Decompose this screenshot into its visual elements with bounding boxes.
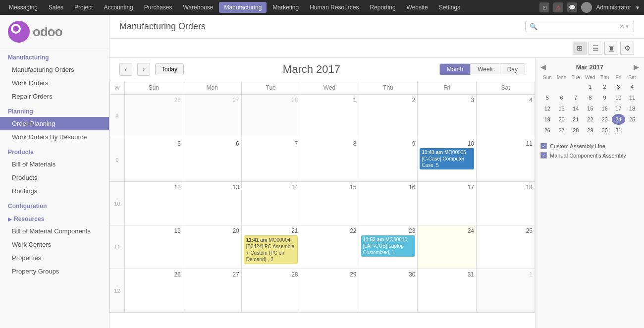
search-dropdown-icon[interactable]: ▼ <box>625 24 630 29</box>
prev-month-btn[interactable]: ‹ <box>119 63 132 76</box>
calendar-event[interactable]: 11:41 am MO00004, [B3424] PC Assemble + … <box>244 235 298 264</box>
nav-warehouse[interactable]: Warehouse <box>178 2 218 13</box>
calendar-view-btn[interactable]: ⊞ <box>573 42 587 55</box>
mini-cal-day[interactable]: 29 <box>583 125 598 136</box>
calendar-day[interactable]: 26 <box>124 95 183 138</box>
calendar-day[interactable]: 18 <box>477 182 535 225</box>
sidebar-item-properties[interactable]: Properties <box>0 251 109 265</box>
calendar-day[interactable]: 4 <box>477 95 535 138</box>
calendar-day[interactable]: 28 <box>241 269 300 313</box>
calendar-day[interactable]: 19 <box>124 225 183 269</box>
chat-icon[interactable]: 💬 <box>567 2 577 12</box>
nav-manufacturing[interactable]: Manufacturing <box>219 2 267 13</box>
mini-cal-day[interactable]: 6 <box>554 92 569 103</box>
calendar-day[interactable]: 24 <box>418 225 477 269</box>
mini-cal-day[interactable]: 10 <box>612 92 626 103</box>
legend-checkbox-manual[interactable] <box>540 152 547 159</box>
day-tab[interactable]: Day <box>500 64 525 75</box>
legend-checkbox-custom[interactable] <box>540 143 547 149</box>
nav-marketing[interactable]: Marketing <box>268 2 304 13</box>
sidebar-item-routings[interactable]: Routings <box>0 184 109 198</box>
mini-cal-day[interactable]: 21 <box>569 114 583 125</box>
calendar-event[interactable]: 11:52 am MO00010, [LAP-CUS] Laptop Custo… <box>361 235 416 257</box>
mini-cal-day[interactable]: 5 <box>540 92 554 103</box>
calendar-day[interactable]: 13 <box>183 182 241 225</box>
mini-cal-day[interactable]: 3 <box>612 81 626 92</box>
mini-cal-day[interactable]: 2 <box>598 81 612 92</box>
mini-cal-day[interactable]: 14 <box>569 103 583 114</box>
nav-website[interactable]: Website <box>402 2 433 13</box>
sidebar-item-repair-orders[interactable]: Repair Orders <box>0 90 109 103</box>
calendar-event[interactable]: 11:41 am MO00005, [C-Case] Computer Case… <box>420 148 474 169</box>
sidebar-item-bom[interactable]: Bill of Materials <box>0 158 109 171</box>
calendar-day[interactable]: 2111:41 am MO00004, [B3424] PC Assemble … <box>241 225 300 269</box>
sidebar-item-manufacturing-orders[interactable]: Manufacturing Orders <box>0 63 109 76</box>
list-view-btn[interactable]: ☰ <box>589 42 602 55</box>
mini-cal-day[interactable]: 16 <box>598 103 612 114</box>
mini-next-btn[interactable]: ▶ <box>634 63 639 71</box>
calendar-day[interactable]: 2311:52 am MO00010, [LAP-CUS] Laptop Cus… <box>359 225 418 269</box>
mini-cal-day[interactable]: 30 <box>598 125 612 136</box>
calendar-day[interactable]: 30 <box>359 269 418 313</box>
calendar-day[interactable]: 1 <box>477 269 535 313</box>
calendar-day[interactable]: 8 <box>300 138 359 182</box>
calendar-day[interactable]: 12 <box>124 182 183 225</box>
admin-label[interactable]: Administrator <box>596 4 631 11</box>
calendar-day[interactable]: 2 <box>359 95 418 138</box>
sidebar-item-work-centers[interactable]: Work Centers <box>0 238 109 251</box>
mini-cal-day[interactable]: 19 <box>540 114 554 125</box>
mini-cal-day[interactable]: 7 <box>569 92 583 103</box>
mini-cal-day[interactable]: 4 <box>625 81 639 92</box>
week-tab[interactable]: Week <box>471 64 500 75</box>
calendar-day[interactable]: 29 <box>300 269 359 313</box>
mini-cal-day[interactable]: 24 <box>612 114 626 125</box>
calendar-day[interactable]: 17 <box>418 182 477 225</box>
admin-dropdown-icon[interactable]: ▼ <box>635 5 640 10</box>
mini-cal-day[interactable]: 31 <box>612 125 626 136</box>
mini-cal-day[interactable]: 13 <box>554 103 569 114</box>
calendar-day[interactable]: 7 <box>241 138 300 182</box>
next-month-btn[interactable]: › <box>137 63 150 76</box>
sidebar-item-products[interactable]: Products <box>0 171 109 184</box>
calendar-day[interactable]: 25 <box>477 225 535 269</box>
calendar-day[interactable]: 3 <box>418 95 477 138</box>
mini-cal-day[interactable]: 22 <box>583 114 598 125</box>
calendar-day[interactable]: 31 <box>418 269 477 313</box>
mini-cal-day[interactable]: 9 <box>598 92 612 103</box>
nav-settings[interactable]: Settings <box>434 2 465 13</box>
mini-cal-day[interactable]: 28 <box>569 125 583 136</box>
calendar-day[interactable]: 1 <box>300 95 359 138</box>
sidebar-item-resources[interactable]: ▶ Resources <box>0 212 109 224</box>
alert-icon[interactable]: ⚠ <box>553 2 563 12</box>
calendar-day[interactable]: 26 <box>124 269 183 313</box>
mini-cal-day[interactable]: 27 <box>554 125 569 136</box>
mini-cal-day[interactable]: 20 <box>554 114 569 125</box>
mini-cal-day[interactable]: 1 <box>583 81 598 92</box>
sidebar-item-order-planning[interactable]: Order Planning <box>0 117 109 130</box>
calendar-day[interactable]: 6 <box>183 138 241 182</box>
calendar-day[interactable]: 22 <box>300 225 359 269</box>
settings-view-btn[interactable]: ⚙ <box>620 42 634 55</box>
calendar-day[interactable]: 27 <box>183 269 241 313</box>
nav-sales[interactable]: Sales <box>44 2 68 13</box>
card-view-btn[interactable]: ▣ <box>604 42 618 55</box>
calendar-day[interactable]: 14 <box>241 182 300 225</box>
nav-purchases[interactable]: Purchases <box>139 2 177 13</box>
calendar-day[interactable]: 11 <box>477 138 535 182</box>
month-tab[interactable]: Month <box>440 64 471 75</box>
mini-prev-btn[interactable]: ◀ <box>540 63 546 71</box>
calendar-day[interactable]: 20 <box>183 225 241 269</box>
nav-hr[interactable]: Human Resources <box>305 2 364 13</box>
nav-reporting[interactable]: Reporting <box>365 2 401 13</box>
search-input[interactable] <box>539 23 619 30</box>
today-btn[interactable]: Today <box>155 63 184 75</box>
mini-cal-day[interactable]: 12 <box>540 103 554 114</box>
avatar[interactable] <box>581 2 592 13</box>
nav-messaging[interactable]: Messaging <box>4 2 43 13</box>
calendar-day[interactable]: 9 <box>359 138 418 182</box>
mini-cal-day[interactable]: 15 <box>583 103 598 114</box>
mini-cal-day[interactable]: 8 <box>583 92 598 103</box>
mini-cal-day[interactable]: 23 <box>598 114 612 125</box>
sidebar-item-work-orders-by-resource[interactable]: Work Orders By Resource <box>0 130 109 144</box>
nav-accounting[interactable]: Accounting <box>99 2 138 13</box>
